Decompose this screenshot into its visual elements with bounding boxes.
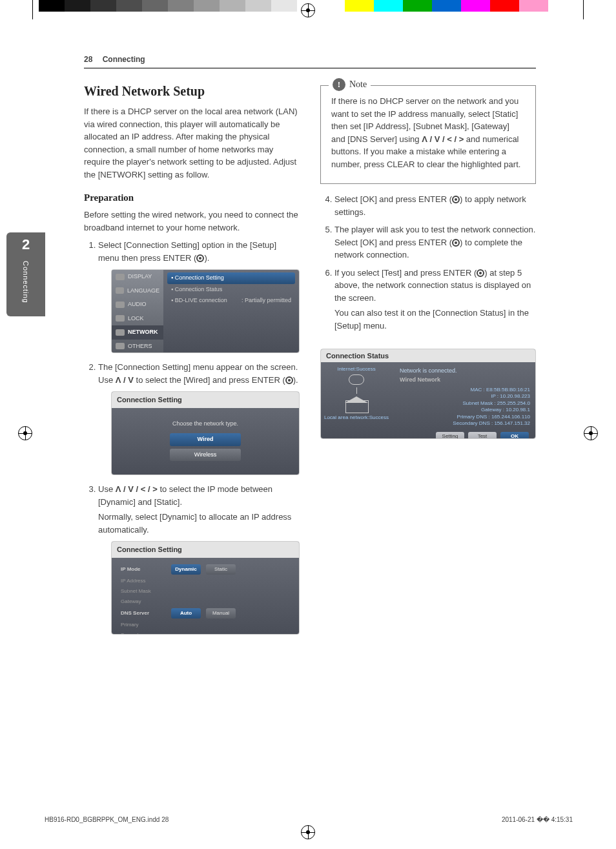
registration-mark-icon <box>18 426 32 440</box>
screenshot-title: Connection Setting <box>112 392 299 408</box>
screenshot-prompt: Choose the network type. <box>172 420 238 429</box>
submenu-item: ▪ BD-LIVE connection: Partially permitte… <box>167 295 295 307</box>
menu-item: LOCK <box>112 312 163 326</box>
enter-icon <box>452 196 460 203</box>
crop-mark <box>583 0 584 19</box>
enter-icon <box>452 239 460 247</box>
crop-mark <box>32 0 33 19</box>
step-2: The [Connection Setting] menu appear on … <box>98 361 300 475</box>
submenu-item: ▪ Connection Status <box>167 284 295 296</box>
side-tab-label: Connecting <box>22 261 30 303</box>
section-title: Wired Network Setup <box>84 84 300 99</box>
sdns-value: Secondary DNS : 156.147.151.32 <box>400 420 530 427</box>
auto-button: Auto <box>171 608 201 619</box>
screenshot-ip-settings: Connection Setting IP Mode Dynamic Stati… <box>111 541 300 635</box>
network-type: Wired Network <box>400 376 530 383</box>
print-gray-bar <box>39 0 297 12</box>
arrow-keys-icon: Λ / V / < / > <box>422 134 464 144</box>
note-body: If there is no DHCP server on the networ… <box>331 95 525 170</box>
audio-icon <box>116 302 125 308</box>
step-3: Use Λ / V / < / > to select the IP mode … <box>98 483 300 635</box>
menu-item: DISPLAY <box>112 270 163 284</box>
footer-filename: HB916-RD0_BGBRPPK_OM_ENG.indd 28 <box>45 816 169 823</box>
step-5: The player will ask you to test the netw… <box>334 223 536 261</box>
print-color-bar <box>345 0 577 12</box>
dynamic-button: Dynamic <box>171 564 201 575</box>
pdns-value: Primary DNS : 165.244.106.110 <box>400 414 530 420</box>
ok-button: OK <box>500 432 529 439</box>
secondary-label: Secondary <box>121 631 166 635</box>
subnet-value: Subnet Mask : 255.255.254.0 <box>400 400 530 407</box>
registration-mark-icon <box>301 3 315 17</box>
screenshot-title: Connection Status <box>321 349 535 362</box>
steps-list: Select [Connection Setting] option in th… <box>84 239 300 642</box>
screenshot-connection-setting-type: Connection Setting Choose the network ty… <box>111 391 300 475</box>
screenshot-title: Connection Setting <box>112 542 299 558</box>
lan-status: Local area network:Success <box>324 414 389 420</box>
arrow-keys-icon: Λ / V <box>116 375 134 385</box>
line-icon <box>356 387 357 394</box>
enter-icon <box>196 254 204 262</box>
step-6: If you select [Test] and press ENTER () … <box>334 267 536 332</box>
ip-value: IP : 10.20.98.223 <box>400 393 530 400</box>
subnet-label: Subnet Mask <box>121 588 166 595</box>
dns-label: DNS Server <box>121 609 166 617</box>
arrow-keys-icon: Λ / V / < / > <box>116 484 158 494</box>
step-4: Select [OK] and press ENTER () to apply … <box>334 193 536 218</box>
gateway-value: Gateway : 10.20.98.1 <box>400 407 530 413</box>
preparation-heading: Preparation <box>84 192 300 203</box>
page-number: 28 <box>84 55 92 64</box>
registration-mark-icon <box>301 825 315 839</box>
static-button: Static <box>206 564 236 575</box>
menu-item-selected: NETWORK <box>112 325 163 340</box>
test-button: Test <box>468 432 497 439</box>
step-1: Select [Connection Setting] option in th… <box>98 239 300 353</box>
header-section: Connecting <box>103 55 145 64</box>
side-tab-number: 2 <box>22 232 30 253</box>
gateway-label: Gateway <box>121 598 166 606</box>
menu-item: OTHERS <box>112 340 163 354</box>
registration-mark-icon <box>584 426 598 440</box>
lock-icon <box>116 315 125 322</box>
wired-button: Wired <box>170 433 241 446</box>
primary-label: Primary <box>121 621 166 629</box>
connected-text: Network is connected. <box>400 367 530 374</box>
cloud-icon <box>349 374 364 385</box>
note-icon: ! <box>333 78 345 91</box>
print-footer: HB916-RD0_BGBRPPK_OM_ENG.indd 28 2011-06… <box>41 816 577 823</box>
enter-icon <box>285 376 293 384</box>
note-box: ! Note If there is no DHCP server on the… <box>320 85 536 184</box>
house-icon <box>345 396 367 412</box>
page-header: 28 Connecting <box>84 55 536 68</box>
submenu-item-selected: ▪ Connection Setting <box>167 272 295 284</box>
menu-item: LANGUAGE <box>112 284 163 298</box>
intro-paragraph: If there is a DHCP server on the local a… <box>84 105 300 181</box>
footer-timestamp: 2011-06-21 �� 4:15:31 <box>502 816 573 823</box>
network-icon <box>116 329 125 336</box>
side-tab: 2 Connecting <box>6 232 45 316</box>
preparation-paragraph: Before setting the wired network, you ne… <box>84 209 300 234</box>
mac-value: MAC : E8:5B:5B:B0:16:21 <box>400 387 530 393</box>
setting-button: Setting <box>436 432 464 439</box>
internet-status: Internet:Success <box>337 366 376 372</box>
wireless-button: Wireless <box>170 449 241 462</box>
screenshot-setup-menu: DISPLAY LANGUAGE AUDIO LOCK NETWORK OTHE… <box>111 269 300 353</box>
display-icon <box>116 274 125 280</box>
screenshot-connection-status: Connection Status Internet:Success Local… <box>320 349 536 439</box>
enter-icon <box>477 269 484 277</box>
language-icon <box>116 287 124 294</box>
ip-mode-label: IP Mode <box>121 566 166 573</box>
ip-address-label: IP Address <box>121 577 166 585</box>
menu-item: AUDIO <box>112 298 163 312</box>
note-heading: Note <box>349 79 367 90</box>
manual-button: Manual <box>206 608 236 619</box>
others-icon <box>116 343 125 349</box>
steps-list-cont: Select [OK] and press ENTER () to apply … <box>320 193 536 337</box>
